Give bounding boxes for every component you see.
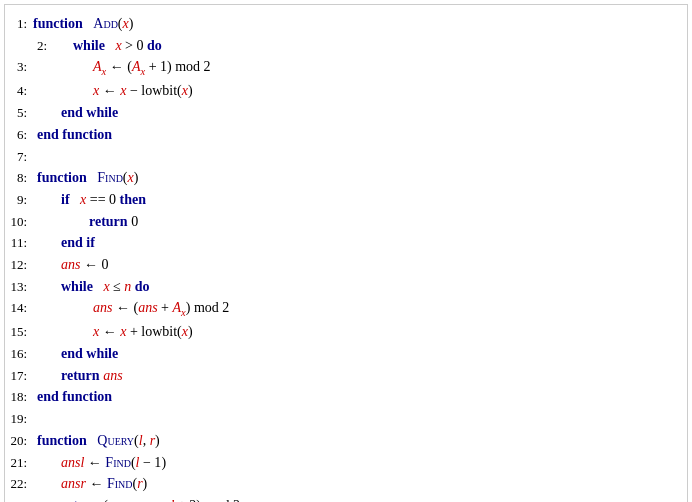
line-content — [33, 146, 687, 168]
code-container: 1: function Add(x) 2: while x > 0 do 3: … — [4, 4, 688, 502]
var-ans: ans — [93, 300, 112, 315]
keyword-function: function — [37, 433, 87, 448]
line-number: 7: — [5, 147, 33, 167]
arrow: ← ( — [116, 300, 138, 315]
keyword-end-function: end function — [37, 389, 112, 404]
line-number: 6: — [5, 125, 33, 145]
minus: − 1 — [139, 455, 161, 470]
var-ans: ans — [61, 257, 80, 272]
line-content: end while — [33, 343, 687, 365]
var-ans2: ans — [138, 300, 157, 315]
keyword-end-while: end while — [61, 346, 118, 361]
func-name-find: Find — [97, 170, 123, 185]
keyword-return: return — [89, 214, 128, 229]
line-number: 2: — [25, 36, 53, 56]
line-number: 20: — [5, 431, 33, 451]
space — [90, 433, 94, 448]
arrow: ← ( — [110, 59, 132, 74]
code-line-19: 19: — [5, 408, 687, 430]
call-find: Find — [105, 455, 131, 470]
line-number: 15: — [5, 322, 33, 342]
minus: − — [140, 498, 151, 502]
code-line-11: 11: end if — [5, 232, 687, 254]
line-number: 8: — [5, 168, 33, 188]
line-content: while x > 0 do — [53, 35, 687, 57]
line-content: return ( ansr − ansl + 2) mod 2 — [33, 495, 687, 502]
line-content: x ← x + lowbit(x) — [33, 321, 687, 343]
line-content: ansl ← Find(l − 1) — [33, 452, 687, 474]
paren-close: ) — [155, 433, 160, 448]
line-number: 22: — [5, 474, 33, 494]
keyword-while: while — [61, 279, 93, 294]
space: 0 — [131, 214, 138, 229]
line-content: return ans — [33, 365, 687, 387]
line-content: function Find(x) — [33, 167, 687, 189]
var-ax: Ax — [172, 300, 185, 315]
code-line-8: 8: function Find(x) — [5, 167, 687, 189]
line-number: 12: — [5, 255, 33, 275]
code-line-21: 21: ansl ← Find(l − 1) — [5, 452, 687, 474]
line-number: 9: — [5, 190, 33, 210]
var-x: x — [80, 192, 86, 207]
code-line-14: 14: ans ← (ans + Ax) mod 2 — [5, 297, 687, 321]
line-number: 16: — [5, 344, 33, 364]
comma: , — [143, 433, 150, 448]
keyword-if: if — [61, 192, 70, 207]
var-ansl: ansl — [61, 455, 84, 470]
line-content: ans ← 0 — [33, 254, 687, 276]
func-name-query: Query — [97, 433, 134, 448]
keyword-do: do — [147, 38, 162, 53]
plus-two: + 2) mod 2 — [178, 498, 240, 502]
var-ansr: ansr — [61, 476, 86, 491]
var-ax: Ax — [93, 59, 106, 74]
line-content: function Add(x) — [33, 13, 687, 35]
paren-close: ) — [143, 476, 148, 491]
keyword-then: then — [120, 192, 146, 207]
operator: > 0 — [125, 38, 147, 53]
space — [108, 38, 112, 53]
code-line-12: 12: ans ← 0 — [5, 254, 687, 276]
keyword-end-if: end if — [61, 235, 95, 250]
line-content: end while — [33, 102, 687, 124]
line-content: if x == 0 then — [33, 189, 687, 211]
line-content: end function — [33, 124, 687, 146]
code-line-10: 10: return 0 — [5, 211, 687, 233]
rparen: ) — [188, 83, 193, 98]
paren-close: ) — [161, 455, 166, 470]
plus-one: + 1) mod 2 — [145, 59, 210, 74]
var-x: x — [93, 324, 99, 339]
code-line-7: 7: — [5, 146, 687, 168]
var-ans: ans — [103, 368, 122, 383]
mod: ) mod 2 — [186, 300, 230, 315]
keyword-return: return — [61, 498, 100, 502]
code-line-1: 1: function Add(x) — [5, 13, 687, 35]
code-line-5: 5: end while — [5, 102, 687, 124]
line-content: function Query(l, r) — [33, 430, 687, 452]
paren-close: ) — [134, 170, 139, 185]
line-number: 3: — [5, 57, 33, 77]
lowbit: lowbit( — [141, 83, 181, 98]
plus: + — [130, 324, 141, 339]
line-number: 21: — [5, 453, 33, 473]
line-number: 19: — [5, 409, 33, 429]
line-number: 18: — [5, 387, 33, 407]
var-x2: x — [120, 83, 126, 98]
var-ax2: Ax — [132, 59, 145, 74]
code-line-20: 20: function Query(l, r) — [5, 430, 687, 452]
keyword-function: function — [33, 16, 83, 31]
var-ansl2: ansl — [151, 498, 174, 502]
line-number: 14: — [5, 298, 33, 318]
code-line-18: 18: end function — [5, 386, 687, 408]
line-content — [33, 408, 687, 430]
line-content: return 0 — [33, 211, 687, 233]
var-x: x — [93, 83, 99, 98]
var-n: n — [124, 279, 131, 294]
line-number: 11: — [5, 233, 33, 253]
arrow: ← 0 — [84, 257, 109, 272]
line-number: 13: — [5, 277, 33, 297]
code-line-22: 22: ansr ← Find(r) — [5, 473, 687, 495]
var-x: x — [115, 38, 121, 53]
space — [86, 16, 90, 31]
var-x: x — [103, 279, 109, 294]
arrow: ← — [89, 476, 107, 491]
